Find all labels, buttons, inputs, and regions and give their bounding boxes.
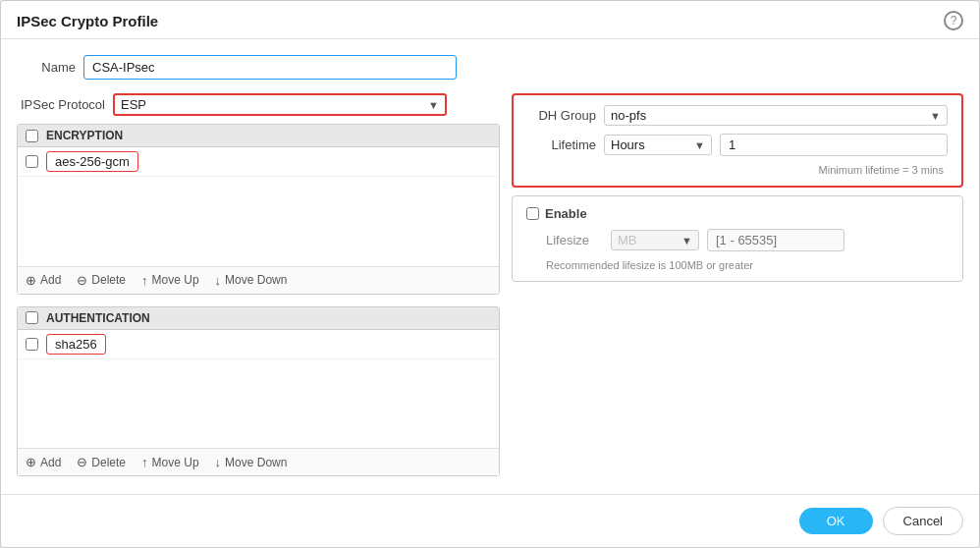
lifetime-row: Lifetime Hours Minutes Seconds Days ▼ <box>527 134 948 156</box>
encryption-add-button[interactable]: ⊕ Add <box>26 273 61 288</box>
lifesize-label: Lifesize <box>546 233 603 247</box>
authentication-select-all-checkbox[interactable] <box>26 311 38 324</box>
encryption-row-checkbox[interactable] <box>26 155 38 168</box>
min-lifetime-hint: Minimum lifetime = 3 mins <box>527 164 948 176</box>
down-arrow-icon: ↓ <box>215 455 222 469</box>
plus-icon: ⊕ <box>26 455 36 469</box>
lifesize-box: Enable Lifesize MB GB KB ▼ <box>512 195 963 282</box>
name-label: Name <box>17 60 76 75</box>
lifetime-unit-select-wrapper: Hours Minutes Seconds Days ▼ <box>604 135 712 155</box>
protocol-select[interactable]: ESP AH <box>121 97 428 112</box>
chevron-down-icon: ▼ <box>428 99 439 111</box>
dh-group-label: DH Group <box>527 108 596 123</box>
enable-checkbox[interactable] <box>526 207 539 220</box>
dialog-footer: OK Cancel <box>1 494 979 547</box>
dialog-title: IPSec Crypto Profile <box>17 13 158 29</box>
lifetime-label: Lifetime <box>527 137 596 152</box>
table-row: sha256 <box>18 330 499 359</box>
authentication-delete-label: Delete <box>91 456 126 469</box>
encryption-move-down-label: Move Down <box>225 273 287 287</box>
lifesize-unit-select[interactable]: MB GB KB <box>618 233 681 247</box>
up-arrow-icon: ↑ <box>141 273 148 288</box>
ipsec-crypto-profile-dialog: IPSec Crypto Profile ? Name IPSec Protoc… <box>0 0 980 548</box>
lifesize-row: Lifesize MB GB KB ▼ <box>526 229 949 251</box>
encryption-move-up-label: Move Up <box>152 273 199 287</box>
authentication-table-body: sha256 <box>18 330 499 449</box>
lifesize-hint: Recommended lifesize is 100MB or greater <box>526 259 949 271</box>
protocol-label: IPSec Protocol <box>17 97 105 112</box>
plus-icon: ⊕ <box>26 273 36 288</box>
encryption-toolbar: ⊕ Add ⊖ Delete ↑ Move Up ↓ <box>18 266 499 294</box>
lifesize-value-input[interactable] <box>707 229 844 251</box>
authentication-move-up-button[interactable]: ↑ Move Up <box>141 455 199 469</box>
minus-icon: ⊖ <box>77 273 87 288</box>
encryption-table: ENCRYPTION aes-256-gcm ⊕ Add <box>17 124 500 295</box>
authentication-add-button[interactable]: ⊕ Add <box>26 455 61 469</box>
authentication-table: AUTHENTICATION sha256 ⊕ Add <box>17 306 500 477</box>
dialog-body: Name IPSec Protocol ESP AH ▼ <box>1 39 979 494</box>
encryption-delete-label: Delete <box>91 273 126 287</box>
authentication-table-header: AUTHENTICATION <box>18 307 499 330</box>
encryption-header-label: ENCRYPTION <box>46 129 123 142</box>
protocol-select-wrapper: ESP AH ▼ <box>113 93 447 116</box>
encryption-table-header: ENCRYPTION <box>18 125 499 147</box>
left-panel: IPSec Protocol ESP AH ▼ ENCRYPTION <box>17 93 500 478</box>
lifetime-value-input[interactable] <box>720 134 948 156</box>
name-row: Name <box>17 55 963 80</box>
encryption-select-all-checkbox[interactable] <box>26 130 38 142</box>
ok-button[interactable]: OK <box>799 508 873 534</box>
lifesize-unit-select-wrapper: MB GB KB ▼ <box>611 230 699 250</box>
authentication-row-checkbox[interactable] <box>26 338 38 351</box>
help-icon[interactable]: ? <box>944 11 963 30</box>
minus-icon: ⊖ <box>77 455 87 469</box>
protocol-row: IPSec Protocol ESP AH ▼ <box>17 93 500 116</box>
encryption-move-up-button[interactable]: ↑ Move Up <box>141 273 199 288</box>
encryption-delete-button[interactable]: ⊖ Delete <box>77 273 126 288</box>
encryption-table-body: aes-256-gcm <box>18 147 499 266</box>
authentication-move-up-label: Move Up <box>152 456 199 469</box>
authentication-move-down-button[interactable]: ↓ Move Down <box>215 455 288 469</box>
down-arrow-icon: ↓ <box>215 273 222 288</box>
authentication-delete-button[interactable]: ⊖ Delete <box>77 455 126 469</box>
chevron-down-icon: ▼ <box>930 110 941 122</box>
dh-group-row: DH Group no-pfs group1 group2 group5 gro… <box>527 105 948 126</box>
chevron-down-icon: ▼ <box>681 235 692 247</box>
dh-group-select[interactable]: no-pfs group1 group2 group5 group14 grou… <box>611 108 930 123</box>
authentication-cell-value: sha256 <box>46 334 106 355</box>
table-row: aes-256-gcm <box>18 147 499 177</box>
authentication-toolbar: ⊕ Add ⊖ Delete ↑ Move Up ↓ <box>18 448 499 475</box>
name-input[interactable] <box>83 55 457 80</box>
chevron-down-icon: ▼ <box>694 139 705 151</box>
dh-group-select-wrapper: no-pfs group1 group2 group5 group14 grou… <box>604 105 948 126</box>
dialog-header: IPSec Crypto Profile ? <box>1 1 979 39</box>
dh-lifetime-box: DH Group no-pfs group1 group2 group5 gro… <box>512 93 963 188</box>
enable-row: Enable <box>526 206 949 221</box>
right-panel: DH Group no-pfs group1 group2 group5 gro… <box>512 93 963 478</box>
encryption-move-down-button[interactable]: ↓ Move Down <box>215 273 288 288</box>
authentication-header-label: AUTHENTICATION <box>46 311 150 325</box>
main-grid: IPSec Protocol ESP AH ▼ ENCRYPTION <box>17 93 963 478</box>
encryption-cell-value: aes-256-gcm <box>46 151 138 172</box>
cancel-button[interactable]: Cancel <box>883 507 963 535</box>
enable-label: Enable <box>545 206 587 221</box>
encryption-add-label: Add <box>40 273 61 287</box>
authentication-add-label: Add <box>40 456 61 469</box>
up-arrow-icon: ↑ <box>141 455 148 469</box>
lifetime-unit-select[interactable]: Hours Minutes Seconds Days <box>611 137 694 152</box>
authentication-move-down-label: Move Down <box>225 456 287 469</box>
